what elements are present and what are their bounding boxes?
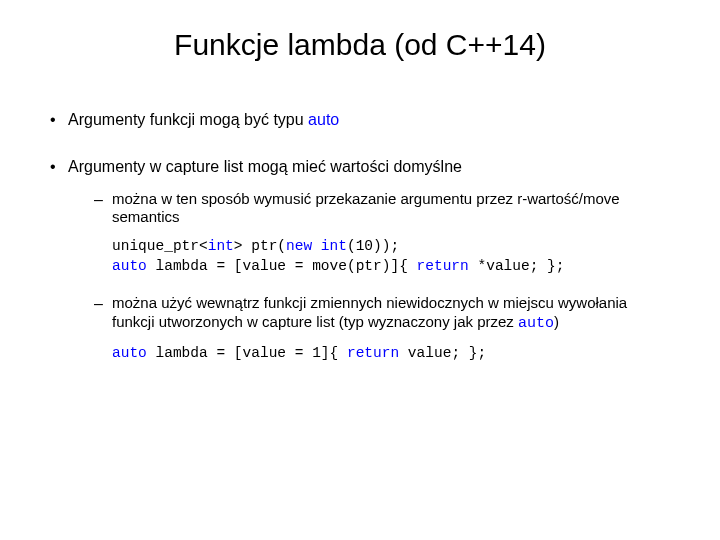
code-keyword: auto <box>112 345 147 361</box>
sub-bullet-text: ) <box>554 313 559 330</box>
bullet-list: Argumenty funkcji mogą być typu auto Arg… <box>48 110 672 363</box>
code-keyword: int <box>321 238 347 254</box>
code-text: lambda = [value = move(ptr)]{ <box>147 258 417 274</box>
keyword-auto: auto <box>308 111 339 128</box>
code-text <box>312 238 321 254</box>
code-text: *value; }; <box>469 258 565 274</box>
code-text: (10)); <box>347 238 399 254</box>
code-block: auto lambda = [value = 1]{ return value;… <box>68 344 672 364</box>
code-keyword: new <box>286 238 312 254</box>
code-text: lambda = [value = 1]{ <box>147 345 347 361</box>
code-keyword: int <box>208 238 234 254</box>
code-text: unique_ptr< <box>112 238 208 254</box>
code-text: > ptr( <box>234 238 286 254</box>
code-block: unique_ptr<int> ptr(new int(10)); auto l… <box>68 237 672 276</box>
code-keyword: return <box>417 258 469 274</box>
keyword-auto: auto <box>518 315 554 332</box>
bullet-text: Argumenty funkcji mogą być typu <box>68 111 308 128</box>
bullet-item: Argumenty w capture list mogą mieć warto… <box>48 157 672 363</box>
sub-bullet-text: można w ten sposób wymusić przekazanie a… <box>112 190 620 226</box>
slide-title: Funkcje lambda (od C++14) <box>48 28 672 62</box>
bullet-item: Argumenty funkcji mogą być typu auto <box>48 110 672 131</box>
code-keyword: auto <box>112 258 147 274</box>
bullet-text: Argumenty w capture list mogą mieć warto… <box>68 158 462 175</box>
code-keyword: return <box>347 345 399 361</box>
code-text: value; }; <box>399 345 486 361</box>
sub-bullet-item: można użyć wewnątrz funkcji zmiennych ni… <box>68 294 672 334</box>
sub-bullet-item: można w ten sposób wymusić przekazanie a… <box>68 190 672 228</box>
